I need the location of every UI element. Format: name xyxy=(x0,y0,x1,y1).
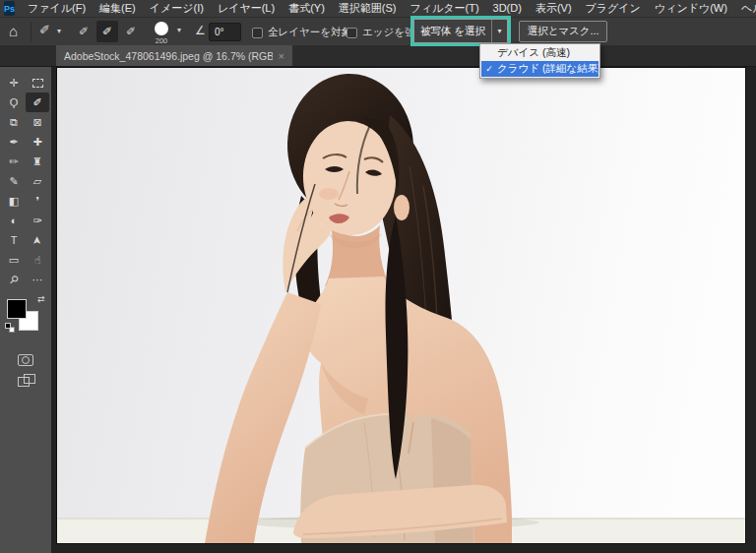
color-swatches: ⇄ xyxy=(0,297,51,348)
edit-toolbar-button[interactable]: ⋯ xyxy=(26,270,49,289)
hand-icon: ☝ xyxy=(34,254,41,267)
foreground-color-swatch[interactable] xyxy=(7,299,27,319)
rectangle-icon: ▭ xyxy=(9,254,19,267)
checkbox-box[interactable] xyxy=(346,28,357,38)
menu-item-label: デバイス (高速) xyxy=(497,46,570,60)
close-icon[interactable]: × xyxy=(273,50,284,62)
screen-mode-button[interactable] xyxy=(18,374,34,386)
tool-grid: ✛ Ϙ ✐ ⧉ ⊠ ✒ ✚ ✏ ♜ ✎ ▱ ◧ ❜ ◐ ✑ T ➤ ▭ ☝ ⚲ xyxy=(0,73,51,289)
zoom-tool[interactable]: ⚲ xyxy=(2,270,26,289)
highlight-annotation: 被写体 を選択 ▾ xyxy=(410,16,511,46)
options-bar: ⌂ ✐ ▾ ✐ ✐ ✐ 200 ▾ ∠ 0° 全レイヤーを対象 エッジを強調 被… xyxy=(0,17,756,45)
brush-tool[interactable]: ✏ xyxy=(2,152,26,171)
menu-file[interactable]: ファイル(F) xyxy=(21,0,93,17)
gradient-tool[interactable]: ◧ xyxy=(2,191,26,211)
quick-mask-button[interactable] xyxy=(18,354,33,366)
menu-view[interactable]: 表示(V) xyxy=(529,0,579,17)
menu-layer[interactable]: レイヤー(L) xyxy=(211,0,282,17)
crop-icon: ⧉ xyxy=(10,116,18,129)
eyedropper-tool[interactable]: ✒ xyxy=(2,132,26,152)
menu-window[interactable]: ウィンドウ(W) xyxy=(648,0,734,17)
hand-tool[interactable]: ☝ xyxy=(26,250,49,270)
move-icon: ✛ xyxy=(9,77,18,90)
blur-tool[interactable]: ❜ xyxy=(26,191,49,211)
dodge-tool[interactable]: ◐ xyxy=(2,211,26,230)
photoshop-window: Ps ファイル(F) 編集(E) イメージ(I) レイヤー(L) 書式(Y) 選… xyxy=(0,0,756,553)
pen-icon: ✑ xyxy=(32,215,41,227)
select-subject-dropdown-menu: デバイス (高速) ✓ クラウド (詳細な結果) xyxy=(479,43,600,79)
frame-tool[interactable]: ⊠ xyxy=(26,112,49,132)
mode-subtract-selection-button[interactable]: ✐ xyxy=(120,21,142,42)
selection-brush-tool[interactable]: ✐ xyxy=(26,92,49,112)
crop-tool[interactable]: ⧉ xyxy=(2,112,26,132)
rectangle-tool[interactable]: ▭ xyxy=(2,250,26,270)
selection-brush-icon: ✐ xyxy=(32,96,41,109)
eraser-tool[interactable]: ▱ xyxy=(26,171,49,191)
checkbox-box[interactable] xyxy=(252,28,263,38)
frame-icon: ⊠ xyxy=(32,116,41,129)
marquee-icon xyxy=(32,79,43,88)
chevron-down-icon[interactable]: ▾ xyxy=(491,20,507,42)
angle-icon: ∠ xyxy=(195,24,206,37)
brush-size-value: 200 xyxy=(148,36,175,45)
document-tab-title: AdobeStock_478061496.jpeg @ 16.7% (RGB/8… xyxy=(64,50,273,62)
default-colors-icon[interactable] xyxy=(5,323,15,333)
menu-3d[interactable]: 3D(D) xyxy=(486,0,529,17)
mode-new-selection-button[interactable]: ✐ xyxy=(73,21,94,42)
brush-size-preview[interactable] xyxy=(155,22,168,35)
pen-tool[interactable]: ✑ xyxy=(26,211,49,230)
default-foreground-chip xyxy=(5,323,11,329)
move-tool[interactable]: ✛ xyxy=(2,73,26,92)
menu-plugins[interactable]: プラグイン xyxy=(579,0,648,17)
dodge-icon: ◐ xyxy=(11,215,18,226)
document-tab[interactable]: AdobeStock_478061496.jpeg @ 16.7% (RGB/8… xyxy=(56,45,292,66)
eyedropper-icon: ✒ xyxy=(9,136,18,149)
select-subject-button[interactable]: 被写体 を選択 ▾ xyxy=(413,19,508,43)
menu-item-label: クラウド (詳細な結果) xyxy=(497,62,598,76)
type-icon: T xyxy=(11,234,18,246)
home-icon[interactable]: ⌂ xyxy=(9,22,18,41)
lasso-tool[interactable]: Ϙ xyxy=(2,92,26,112)
checkbox-label: 全レイヤーを対象 xyxy=(268,26,351,39)
tool-preset-icon[interactable]: ✐ xyxy=(39,23,50,37)
separator xyxy=(31,22,32,42)
path-selection-tool[interactable]: ➤ xyxy=(26,230,49,250)
select-and-mask-button[interactable]: 選択とマスク... xyxy=(519,21,607,42)
ellipsis-icon: ⋯ xyxy=(32,274,43,286)
clone-stamp-tool[interactable]: ♜ xyxy=(26,152,49,171)
gradient-icon: ◧ xyxy=(9,195,19,208)
spot-healing-brush-tool[interactable]: ✚ xyxy=(26,132,49,152)
lasso-icon: Ϙ xyxy=(10,96,19,108)
main-area: ✛ Ϙ ✐ ⧉ ⊠ ✒ ✚ ✏ ♜ ✎ ▱ ◧ ❜ ◐ ✑ T ➤ ▭ ☝ ⚲ xyxy=(0,67,756,553)
chevron-down-icon[interactable]: ▾ xyxy=(177,26,181,34)
menu-edit[interactable]: 編集(E) xyxy=(93,0,143,17)
menu-select[interactable]: 選択範囲(S) xyxy=(332,0,404,17)
path-selection-icon: ➤ xyxy=(32,235,44,244)
menu-type[interactable]: 書式(Y) xyxy=(282,0,332,17)
menu-item-cloud[interactable]: ✓ クラウド (詳細な結果) xyxy=(481,61,598,77)
history-brush-tool[interactable]: ✎ xyxy=(2,171,26,191)
eraser-icon: ▱ xyxy=(33,175,41,188)
document-canvas[interactable] xyxy=(57,68,745,543)
healing-icon: ✚ xyxy=(32,136,41,149)
sample-all-layers-checkbox[interactable]: 全レイヤーを対象 xyxy=(252,26,351,39)
angle-input[interactable]: 0° xyxy=(209,23,241,41)
rectangular-marquee-tool[interactable] xyxy=(26,73,49,92)
history-brush-icon: ✎ xyxy=(9,175,18,188)
toolbar-bottom-icons xyxy=(0,354,51,386)
chevron-down-icon[interactable]: ▾ xyxy=(57,27,61,35)
tools-panel: ✛ Ϙ ✐ ⧉ ⊠ ✒ ✚ ✏ ♜ ✎ ▱ ◧ ❜ ◐ ✑ T ➤ ▭ ☝ ⚲ xyxy=(0,67,51,553)
stamp-icon: ♜ xyxy=(32,155,42,168)
type-tool[interactable]: T xyxy=(2,230,26,250)
menu-image[interactable]: イメージ(I) xyxy=(143,0,211,17)
swap-colors-icon[interactable]: ⇄ xyxy=(37,294,45,304)
checkmark-icon: ✓ xyxy=(481,64,497,74)
select-subject-label: 被写体 を選択 xyxy=(414,20,491,42)
menu-help[interactable]: ヘルプ(H) xyxy=(734,0,756,17)
brush-icon: ✏ xyxy=(9,155,18,168)
photoshop-logo[interactable]: Ps xyxy=(4,1,15,16)
menu-filter[interactable]: フィルター(T) xyxy=(403,0,485,17)
menu-item-device[interactable]: デバイス (高速) xyxy=(481,45,598,61)
mode-add-selection-button[interactable]: ✐ xyxy=(96,21,118,42)
document-image xyxy=(57,68,745,543)
